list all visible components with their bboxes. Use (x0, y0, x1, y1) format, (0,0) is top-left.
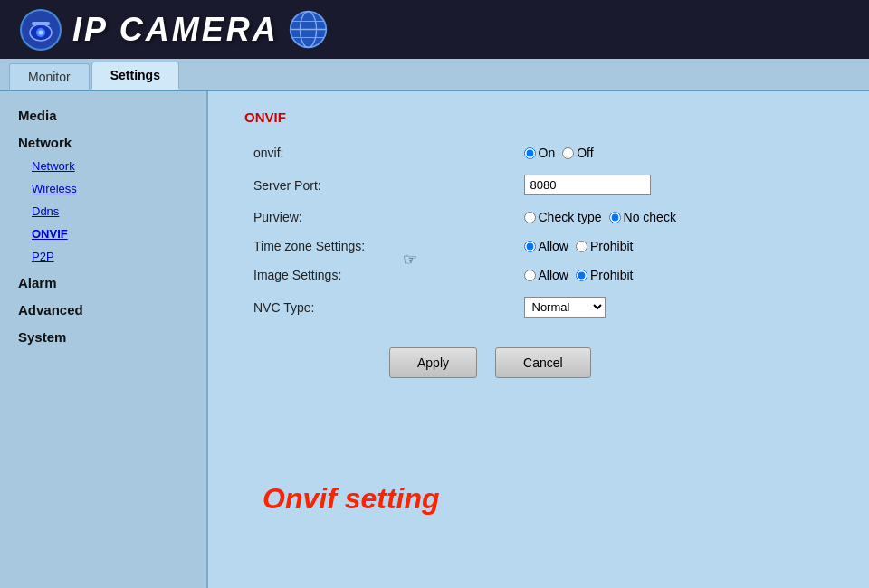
image-prohibit-radio[interactable] (576, 270, 587, 281)
onvif-on-label[interactable]: On (524, 146, 556, 160)
sidebar-item-network[interactable]: Network (0, 128, 206, 155)
timezone-prohibit-text: Prohibit (590, 239, 633, 253)
sidebar-item-onvif[interactable]: ONVIF (0, 223, 206, 245)
onvif-off-radio[interactable] (562, 147, 574, 159)
section-title: ONVIF (244, 109, 833, 125)
form-row-image: Image Settings: Allow Prohibit (244, 261, 833, 289)
label-onvif: onvif: (244, 138, 515, 167)
purview-nocheck-text: No check (624, 210, 676, 224)
purview-nocheck-label[interactable]: No check (609, 210, 676, 224)
timezone-prohibit-label[interactable]: Prohibit (576, 239, 633, 253)
onvif-off-text: Off (577, 146, 593, 160)
onvif-radio-group: On Off (524, 146, 825, 160)
sidebar-item-ddns[interactable]: Ddns (0, 200, 206, 223)
label-image: Image Settings: (244, 261, 515, 289)
image-prohibit-label[interactable]: Prohibit (576, 268, 633, 282)
content-area: ONVIF onvif: On Off (208, 91, 869, 588)
sidebar-item-alarm[interactable]: Alarm (0, 268, 206, 295)
globe-icon (288, 9, 329, 50)
purview-radio-group: Check type No check (524, 210, 825, 224)
form-row-onvif: onvif: On Off (244, 138, 833, 167)
sidebar-item-network-sub[interactable]: Network (0, 155, 206, 177)
sidebar-item-system[interactable]: System (0, 322, 206, 349)
tab-monitor[interactable]: Monitor (9, 63, 90, 90)
nvc-type-select[interactable]: Normal Advanced (524, 297, 606, 318)
sidebar-item-media[interactable]: Media (0, 100, 206, 128)
apply-button[interactable]: Apply (389, 347, 477, 378)
server-port-input[interactable] (524, 175, 651, 195)
purview-nocheck-radio[interactable] (609, 212, 621, 223)
label-nvc: NVC Type: (244, 289, 515, 325)
timezone-allow-radio[interactable] (524, 241, 536, 252)
timezone-prohibit-radio[interactable] (576, 241, 587, 252)
sidebar-item-p2p[interactable]: P2P (0, 245, 206, 268)
onvif-off-label[interactable]: Off (562, 146, 593, 160)
app-title: IP CAMERA (72, 11, 279, 49)
onvif-on-text: On (539, 146, 556, 160)
timezone-allow-text: Allow (539, 239, 568, 253)
main-layout: Media Network Network Wireless Ddns ONVI… (0, 91, 869, 588)
form-row-nvc: NVC Type: Normal Advanced (244, 289, 833, 325)
label-server-port: Server Port: (244, 167, 515, 203)
label-timezone: Time zone Settings: (244, 232, 515, 261)
header: IP CAMERA (0, 0, 869, 59)
image-allow-label[interactable]: Allow (524, 268, 568, 282)
purview-checktype-label[interactable]: Check type (524, 210, 602, 224)
onvif-on-radio[interactable] (524, 147, 536, 159)
cancel-button[interactable]: Cancel (495, 347, 591, 378)
label-purview: Purview: (244, 203, 515, 232)
nav-tabs: Monitor Settings (0, 59, 869, 91)
timezone-allow-label[interactable]: Allow (524, 239, 568, 253)
timezone-radio-group: Allow Prohibit (524, 239, 825, 253)
sidebar-item-advanced[interactable]: Advanced (0, 295, 206, 322)
camera-icon (18, 7, 63, 52)
image-prohibit-text: Prohibit (590, 268, 633, 282)
image-radio-group: Allow Prohibit (524, 268, 825, 282)
form-row-timezone: Time zone Settings: Allow Prohibit (244, 232, 833, 261)
tab-settings[interactable]: Settings (91, 62, 179, 90)
form-row-purview: Purview: Check type No check (244, 203, 833, 232)
purview-checktype-radio[interactable] (524, 212, 536, 223)
image-allow-radio[interactable] (524, 270, 536, 281)
watermark-text: Onvif setting (263, 482, 440, 516)
svg-point-4 (39, 30, 43, 34)
form-row-server-port: Server Port: (244, 167, 833, 203)
settings-form: onvif: On Off Server Port: (244, 138, 833, 325)
image-allow-text: Allow (539, 268, 568, 282)
sidebar: Media Network Network Wireless Ddns ONVI… (0, 91, 208, 588)
button-row: Apply Cancel (244, 347, 833, 378)
svg-rect-2 (32, 22, 50, 25)
purview-checktype-text: Check type (539, 210, 602, 224)
sidebar-item-wireless[interactable]: Wireless (0, 177, 206, 200)
